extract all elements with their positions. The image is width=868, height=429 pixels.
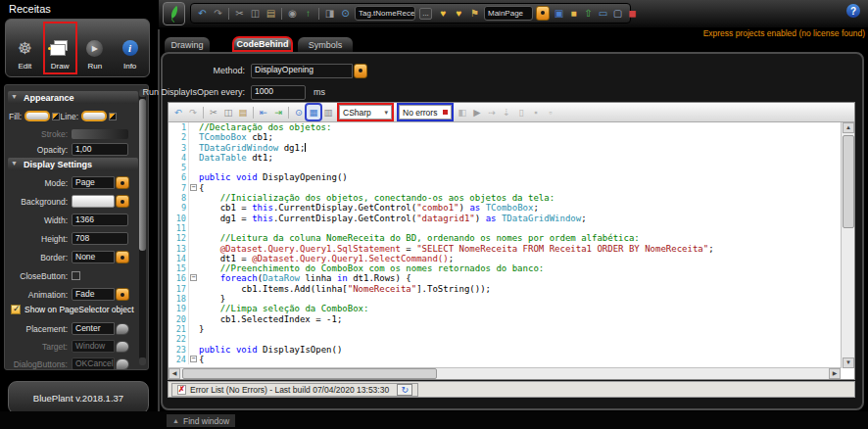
scroll-down-icon[interactable]: ▼ bbox=[843, 358, 854, 368]
info-button[interactable]: i Info bbox=[113, 22, 147, 74]
editor-undo-icon[interactable]: ↶ bbox=[171, 105, 185, 119]
code-line[interactable]: 24−{ bbox=[169, 355, 841, 364]
dropdown-icon[interactable] bbox=[354, 64, 367, 78]
page-input[interactable]: MainPage bbox=[484, 6, 533, 21]
line-swatch[interactable] bbox=[81, 111, 107, 121]
tab-drawing[interactable]: Drawing bbox=[164, 36, 211, 52]
step-over-icon[interactable]: ⇢ bbox=[485, 105, 499, 119]
code-line[interactable]: 7−{ bbox=[169, 183, 841, 193]
draw-button[interactable]: Draw bbox=[43, 22, 77, 74]
pageselector-checkbox[interactable] bbox=[11, 305, 21, 314]
dropdown-icon[interactable] bbox=[116, 176, 129, 189]
edit-button[interactable]: ☸ Edit bbox=[8, 22, 42, 74]
window-icon[interactable]: ▢ bbox=[610, 6, 625, 21]
help-icon[interactable]: ? bbox=[846, 4, 860, 18]
code-line[interactable]: 8 //Inicialização dos objetos, conectand… bbox=[169, 193, 841, 203]
import-icon[interactable]: ↑ bbox=[301, 6, 315, 21]
code-line[interactable]: 10 dg1 = this.CurrentDisplay.GetControl(… bbox=[169, 214, 841, 223]
copy-icon[interactable]: ◫ bbox=[248, 6, 263, 21]
code-line[interactable]: 16− foreach(DataRow linha in dt1.Rows) { bbox=[169, 273, 841, 283]
placement-combo[interactable]: Center bbox=[72, 322, 129, 335]
code-line[interactable]: 18 } bbox=[169, 294, 841, 304]
code-line[interactable]: 9 cb1 = this.CurrentDisplay.GetControl("… bbox=[169, 203, 841, 213]
attach-icon[interactable]: ▫ bbox=[544, 105, 557, 119]
tab-codebehind[interactable]: CodeBehind bbox=[232, 36, 293, 52]
app-logo-button[interactable] bbox=[163, 2, 185, 25]
code-line[interactable]: 1//Declaração dos objetos: bbox=[169, 122, 841, 132]
favorite-tag-icon[interactable]: ♥ bbox=[452, 6, 466, 21]
editor-vertical-scrollbar[interactable]: ▲ ▼ bbox=[841, 122, 854, 368]
dropdown-icon[interactable] bbox=[116, 288, 129, 301]
announce-icon[interactable]: ⚑ bbox=[467, 6, 482, 21]
code-line[interactable]: 17 cb1.Items.Add(linha["NomeReceita"].To… bbox=[169, 284, 841, 294]
paste-icon[interactable]: ▤ bbox=[264, 6, 278, 21]
redo-icon[interactable]: ↷ bbox=[211, 6, 225, 21]
scroll-up-icon[interactable]: ▲ bbox=[843, 122, 854, 133]
background-combo[interactable] bbox=[72, 195, 129, 208]
properties-scrollbar[interactable] bbox=[139, 89, 146, 365]
outline-panel-icon[interactable]: ▥ bbox=[321, 105, 335, 119]
errors-combo[interactable]: No errors bbox=[399, 105, 452, 119]
code-line[interactable]: 3TDataGridWindow dg1; bbox=[169, 143, 841, 153]
code-line[interactable]: 11 bbox=[169, 223, 841, 233]
width-input[interactable]: 1366 bbox=[72, 214, 128, 226]
fold-marker-icon[interactable]: − bbox=[190, 274, 197, 281]
cut-icon[interactable]: ✂ bbox=[232, 6, 247, 21]
language-combo[interactable]: CSharp ▾ bbox=[339, 105, 392, 119]
undo-icon[interactable]: ↶ bbox=[195, 6, 210, 21]
dropdown-icon[interactable] bbox=[116, 323, 129, 335]
export-page-icon[interactable]: ⇧ bbox=[581, 6, 596, 21]
editor-cut-icon[interactable]: ✂ bbox=[207, 105, 220, 119]
page-dropdown-icon[interactable] bbox=[536, 6, 550, 21]
zoom-icon[interactable]: ⊙ bbox=[338, 6, 353, 21]
dropdown-icon[interactable] bbox=[116, 195, 129, 208]
step-into-icon[interactable]: ⇣ bbox=[500, 105, 513, 119]
save-icon[interactable]: ▣ bbox=[552, 6, 566, 21]
display-settings-section-header[interactable]: ▼ Display Settings bbox=[8, 158, 138, 170]
code-line[interactable]: 14 dt1 = @Dataset.Query.Query1.SelectCom… bbox=[169, 254, 841, 263]
code-line[interactable]: 12 //Leitura da coluna NomeReceita do BD… bbox=[169, 233, 841, 243]
record-icon[interactable]: ◼ bbox=[625, 6, 640, 21]
fill-options-icon[interactable] bbox=[52, 113, 60, 120]
code-line[interactable]: 20 cb1.SelectedIndex = -1; bbox=[169, 314, 841, 324]
bookmarks-panel-icon[interactable]: ▦ bbox=[307, 105, 320, 119]
run-button[interactable]: ▶ Run bbox=[78, 22, 113, 74]
mode-combo[interactable]: Page bbox=[72, 176, 129, 189]
code-line[interactable]: 2TComboBox cb1; bbox=[169, 132, 841, 142]
collapse-icon[interactable]: ▼ bbox=[11, 160, 18, 167]
code-area[interactable]: 1//Declaração dos objetos:2TComboBox cb1… bbox=[169, 122, 841, 368]
code-line[interactable]: 19 //Limpa seleção da ComboBox: bbox=[169, 304, 841, 313]
code-line[interactable]: 21} bbox=[169, 324, 841, 334]
open-folder-icon[interactable]: ■ bbox=[566, 6, 581, 21]
scrollbar-thumb[interactable] bbox=[182, 368, 437, 379]
fold-marker-icon[interactable]: − bbox=[190, 356, 197, 362]
method-combo[interactable]: DisplayOpening bbox=[251, 64, 367, 78]
line-options-icon[interactable] bbox=[109, 113, 117, 120]
preview-monitor-icon[interactable]: ▭ bbox=[596, 6, 610, 21]
find-icon[interactable]: ⊙ bbox=[292, 105, 306, 119]
tag-input[interactable]: Tag.tNomeRece bbox=[355, 6, 415, 21]
blueplant-version-button[interactable]: BluePlant v.2018.1.37 bbox=[8, 381, 149, 414]
fold-marker-icon[interactable]: − bbox=[190, 184, 197, 191]
scrollbar-thumb[interactable] bbox=[843, 135, 854, 228]
animation-combo[interactable]: Fade bbox=[72, 288, 129, 301]
code-line[interactable]: 23public void DisplayIsOpen() bbox=[169, 345, 841, 355]
display-properties-icon[interactable]: ◨ bbox=[322, 6, 337, 21]
fill-swatch[interactable] bbox=[24, 111, 50, 121]
watch-tag-icon[interactable]: ♥ bbox=[436, 6, 451, 21]
print-icon[interactable]: ◉ bbox=[285, 6, 300, 21]
editor-redo-icon[interactable]: ↷ bbox=[186, 105, 200, 119]
error-list-tab[interactable]: Error List (No Errors) - Last build 07/0… bbox=[171, 383, 418, 397]
tab-symbols[interactable]: Symbols bbox=[297, 36, 354, 52]
run-icon[interactable]: ▶ bbox=[470, 105, 484, 119]
code-line[interactable]: 4DataTable dt1; bbox=[169, 153, 841, 163]
opacity-input[interactable]: 1,00 bbox=[72, 143, 128, 156]
closebutton-checkbox[interactable] bbox=[72, 271, 80, 280]
scroll-left-icon[interactable]: ◀ bbox=[169, 368, 180, 379]
pause-icon[interactable]: ▯ bbox=[514, 105, 528, 119]
background-swatch[interactable] bbox=[72, 195, 115, 208]
height-input[interactable]: 708 bbox=[72, 232, 128, 245]
editor-horizontal-scrollbar[interactable]: ◀ ▶ bbox=[169, 367, 841, 379]
toggle-breakpoint-icon[interactable]: ◧ bbox=[456, 105, 469, 119]
scroll-down-icon[interactable] bbox=[139, 358, 146, 365]
